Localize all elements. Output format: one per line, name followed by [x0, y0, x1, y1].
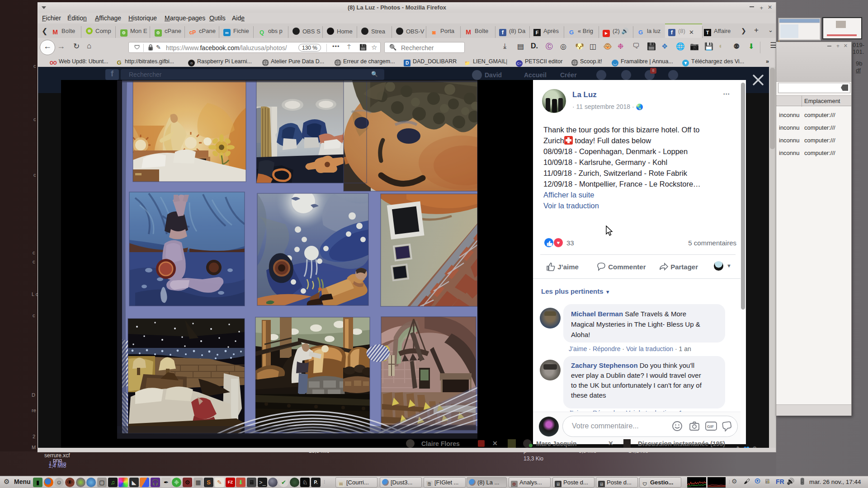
svg-text:GIF: GIF [707, 424, 714, 429]
